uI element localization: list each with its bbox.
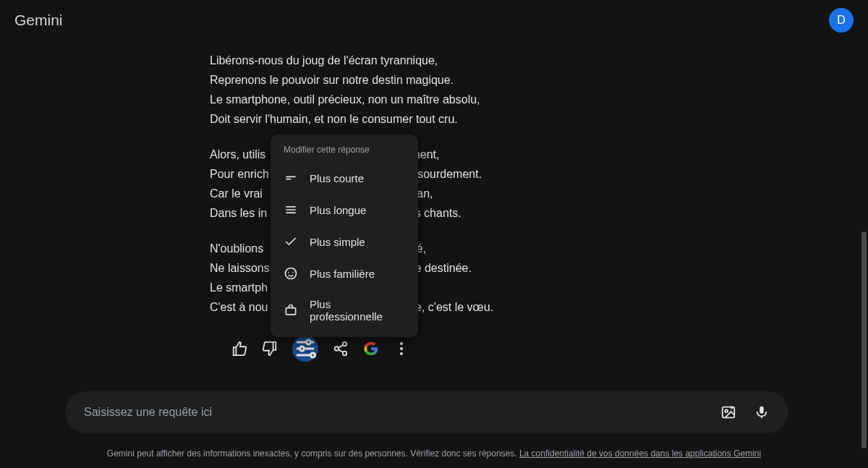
modify-response-menu: Modifier cette réponse Plus courte Plus … bbox=[271, 135, 418, 337]
menu-label: Plus familière bbox=[310, 268, 375, 280]
svg-point-9 bbox=[725, 409, 728, 412]
tune-icon[interactable] bbox=[292, 336, 318, 362]
menu-item-shorter[interactable]: Plus courte bbox=[271, 162, 418, 194]
menu-label: Plus longue bbox=[310, 204, 366, 216]
menu-item-simpler[interactable]: Plus simple bbox=[271, 226, 418, 258]
header: Gemini D bbox=[0, 0, 868, 41]
disclaimer: Gemini peut afficher des informations in… bbox=[0, 448, 868, 459]
svg-point-2 bbox=[311, 353, 315, 357]
menu-label: Plus professionnelle bbox=[310, 298, 405, 323]
svg-point-4 bbox=[335, 346, 339, 351]
google-icon[interactable] bbox=[363, 341, 379, 357]
line: Le smartphone, outil précieux, non un ma… bbox=[210, 90, 702, 109]
scrollbar[interactable] bbox=[861, 231, 867, 448]
thumbs-up-icon[interactable] bbox=[231, 341, 247, 357]
menu-label: Plus courte bbox=[310, 172, 364, 184]
more-icon[interactable] bbox=[393, 341, 409, 357]
menu-item-professional[interactable]: Plus professionnelle bbox=[271, 289, 418, 331]
avatar[interactable]: D bbox=[829, 8, 854, 33]
line: Reprenons le pouvoir sur notre destin ma… bbox=[210, 70, 702, 90]
image-upload-icon[interactable] bbox=[720, 404, 736, 420]
svg-rect-7 bbox=[286, 308, 295, 315]
svg-point-3 bbox=[343, 342, 347, 346]
prompt-right-icons bbox=[720, 404, 770, 420]
response-actions bbox=[231, 336, 702, 362]
disclaimer-text: Gemini peut afficher des informations in… bbox=[107, 448, 519, 459]
privacy-link[interactable]: La confidentialité de vos données dans l… bbox=[519, 448, 761, 459]
line: Libérons-nous du joug de l'écran tyranni… bbox=[210, 51, 702, 70]
prompt-placeholder: Saisissez une requête ici bbox=[84, 406, 720, 419]
app-title[interactable]: Gemini bbox=[14, 12, 63, 29]
share-icon[interactable] bbox=[333, 341, 349, 357]
svg-point-1 bbox=[300, 346, 305, 351]
menu-item-casual[interactable]: Plus familière bbox=[271, 258, 418, 289]
menu-label: Plus simple bbox=[310, 236, 365, 248]
svg-point-5 bbox=[343, 352, 347, 356]
modify-menu-title: Modifier cette réponse bbox=[271, 142, 418, 162]
menu-item-longer[interactable]: Plus longue bbox=[271, 194, 418, 226]
svg-point-0 bbox=[307, 340, 311, 344]
line: Doit servir l'humain, et non le consumer… bbox=[210, 109, 702, 129]
svg-point-6 bbox=[286, 268, 297, 279]
mic-icon[interactable] bbox=[754, 404, 770, 420]
prompt-bar[interactable]: Saisissez une requête ici bbox=[65, 391, 788, 433]
stanza: Libérons-nous du joug de l'écran tyranni… bbox=[210, 51, 702, 129]
thumbs-down-icon[interactable] bbox=[262, 341, 278, 357]
